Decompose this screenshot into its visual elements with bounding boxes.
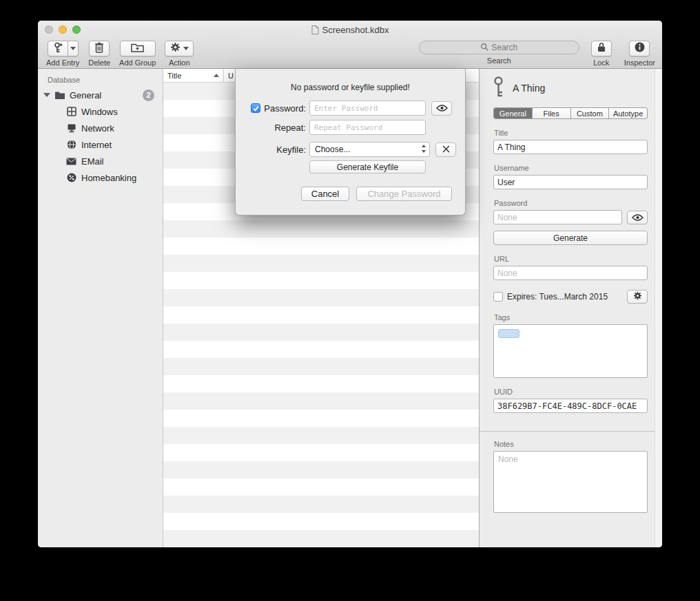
screen: Screenshot.kdbx Add bbox=[0, 0, 700, 601]
sidebar-item-label: EMail bbox=[81, 156, 104, 167]
tab-autotype[interactable]: Autotype bbox=[608, 108, 647, 118]
entry-title: A Thing bbox=[513, 83, 545, 94]
inspector-button[interactable] bbox=[629, 41, 650, 56]
disclosure-triangle-icon[interactable] bbox=[43, 93, 50, 97]
folder-plus-icon bbox=[131, 42, 144, 55]
toolbar-item-delete: Delete bbox=[88, 41, 110, 67]
keyfile-label: Keyfile: bbox=[276, 145, 306, 155]
network-icon bbox=[65, 123, 77, 133]
password-row: Password: bbox=[236, 101, 465, 116]
cancel-button[interactable]: Cancel bbox=[301, 187, 349, 201]
tag-chip[interactable] bbox=[498, 329, 519, 338]
column-header-title[interactable]: Title bbox=[163, 69, 224, 82]
column-title-label: Title bbox=[167, 72, 181, 80]
toolbar-items: Add Entry Delete bbox=[38, 39, 662, 69]
username-field[interactable] bbox=[493, 175, 648, 189]
sidebar-item-label: Network bbox=[81, 123, 114, 134]
toolbar-item-add-group: Add Group bbox=[119, 41, 156, 67]
windows-icon bbox=[65, 107, 77, 116]
lock-label: Lock bbox=[593, 59, 609, 67]
password-label: Password: bbox=[264, 103, 306, 114]
inspector-scrollbar[interactable] bbox=[655, 69, 662, 547]
title-field[interactable] bbox=[493, 140, 648, 154]
url-field[interactable] bbox=[493, 266, 648, 280]
add-entry-button[interactable] bbox=[48, 41, 68, 56]
search-input[interactable]: Search bbox=[419, 41, 579, 54]
sidebar-item-general[interactable]: General 2 bbox=[38, 87, 163, 103]
sidebar-item-label: Homebanking bbox=[81, 173, 136, 183]
expires-row: Expires: Tues...March 2015 bbox=[493, 290, 648, 304]
repeat-label: Repeat: bbox=[274, 123, 306, 133]
delete-label: Delete bbox=[88, 59, 110, 67]
keyfile-row: Keyfile: Choose... bbox=[236, 142, 465, 157]
sidebar: Database General 2 Windows bbox=[38, 69, 163, 547]
dialog-message: No password or keyfile supplied! bbox=[236, 83, 465, 92]
uuid-field[interactable] bbox=[493, 399, 648, 413]
search-icon bbox=[480, 43, 488, 53]
gear-icon bbox=[170, 42, 181, 55]
gear-icon bbox=[633, 291, 642, 302]
password-checkbox[interactable] bbox=[251, 103, 260, 113]
sidebar-item-network[interactable]: Network bbox=[38, 120, 163, 136]
change-password-dialog: No password or keyfile supplied! Passwor… bbox=[235, 69, 466, 215]
stepper-arrows-icon bbox=[421, 144, 426, 156]
lock-icon bbox=[597, 42, 606, 55]
toolbar-item-inspector: Inspector bbox=[624, 41, 655, 67]
add-group-label: Add Group bbox=[119, 59, 156, 67]
homebanking-percent-icon bbox=[65, 173, 77, 182]
tab-custom[interactable]: Custom bbox=[570, 108, 609, 118]
sidebar-item-internet[interactable]: Internet bbox=[38, 136, 163, 153]
tab-general[interactable]: General bbox=[494, 108, 532, 118]
email-envelope-icon bbox=[65, 158, 77, 165]
keyfile-dropdown[interactable]: Choose... bbox=[309, 142, 430, 157]
window-title-area: Screenshot.kdbx bbox=[38, 21, 662, 39]
action-button[interactable] bbox=[165, 41, 194, 56]
sort-ascending-icon bbox=[214, 74, 219, 77]
repeat-password-input[interactable] bbox=[309, 120, 426, 135]
toolbar-item-add-entry: Add Entry bbox=[46, 41, 79, 67]
toolbar-item-lock: Lock bbox=[591, 41, 612, 67]
key-plus-icon bbox=[53, 42, 63, 56]
app-window: Screenshot.kdbx Add bbox=[38, 21, 662, 547]
entry-count-badge: 2 bbox=[143, 89, 154, 101]
search-label: Search bbox=[487, 56, 511, 65]
inspector-tabs: General Files Custom Autotype bbox=[493, 107, 648, 119]
sidebar-item-label: Windows bbox=[81, 107, 118, 117]
sidebar-item-windows[interactable]: Windows bbox=[38, 103, 163, 120]
reveal-password-button[interactable] bbox=[627, 211, 648, 224]
action-label: Action bbox=[169, 59, 190, 67]
uuid-label: UUID bbox=[494, 388, 648, 396]
password-field-label: Password bbox=[494, 199, 648, 207]
sidebar-item-email[interactable]: EMail bbox=[38, 153, 163, 169]
reveal-password-button[interactable] bbox=[431, 101, 452, 116]
notes-label: Notes bbox=[494, 440, 648, 448]
title-field-label: Title bbox=[494, 129, 648, 137]
add-entry-dropdown-button[interactable] bbox=[68, 41, 79, 56]
lock-button[interactable] bbox=[591, 41, 612, 56]
chevron-down-icon bbox=[183, 47, 189, 50]
add-group-button[interactable] bbox=[120, 41, 156, 56]
column-username-label: U bbox=[228, 72, 234, 80]
delete-button[interactable] bbox=[89, 41, 110, 56]
sidebar-item-homebanking[interactable]: Homebanking bbox=[38, 169, 163, 186]
window-title: Screenshot.kdbx bbox=[322, 25, 389, 35]
toolbar-item-search: Search Search bbox=[419, 41, 579, 65]
enter-password-input[interactable] bbox=[309, 101, 426, 116]
titlebar: Screenshot.kdbx bbox=[38, 21, 662, 39]
notes-field[interactable] bbox=[493, 451, 648, 513]
generate-keyfile-button[interactable]: Generate Keyfile bbox=[309, 160, 426, 173]
expires-checkbox[interactable] bbox=[493, 292, 503, 302]
generate-password-button[interactable]: Generate bbox=[493, 231, 648, 245]
inspector-panel: A Thing General Files Custom Autotype Ti… bbox=[479, 69, 662, 547]
tab-files[interactable]: Files bbox=[532, 108, 570, 118]
inspector-header: A Thing bbox=[493, 76, 648, 101]
tags-field[interactable] bbox=[493, 324, 648, 378]
toolbar-item-action: Action bbox=[165, 41, 194, 67]
change-password-button[interactable]: Change Password bbox=[356, 187, 452, 201]
internet-globe-icon bbox=[65, 140, 77, 149]
clear-keyfile-button[interactable] bbox=[435, 143, 456, 157]
toolbar-right-group: Search Search Lock bbox=[419, 41, 655, 67]
info-icon bbox=[635, 42, 645, 55]
password-field[interactable] bbox=[493, 210, 622, 224]
expires-settings-button[interactable] bbox=[627, 290, 648, 304]
